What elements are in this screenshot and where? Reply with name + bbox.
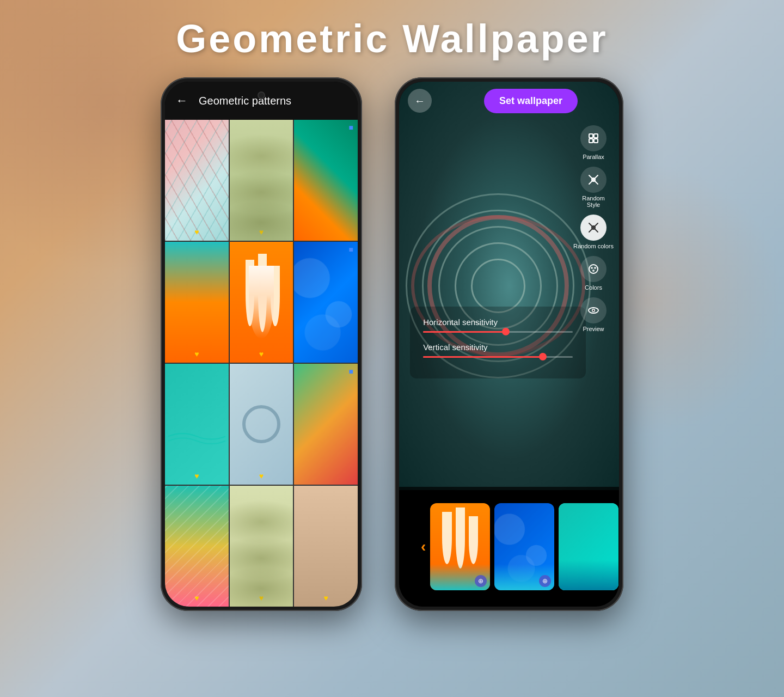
- heart-icon-drip: ♥: [259, 350, 264, 358]
- grid-cell-waves-2[interactable]: ♥: [230, 486, 293, 607]
- random-colors-icon: [580, 215, 607, 241]
- circle-shape: [242, 405, 280, 443]
- grid-cell-stripes[interactable]: ♥: [165, 486, 229, 607]
- preview-button[interactable]: Preview: [580, 297, 607, 332]
- vertical-sensitivity-fill: [423, 356, 543, 358]
- preview-label: Preview: [583, 326, 604, 332]
- bottom-thumbnails: ‹ ⊕ ⊕: [399, 487, 619, 607]
- grid-cell-colorful[interactable]: ■: [294, 364, 358, 485]
- parallax-icon: [580, 125, 607, 151]
- side-buttons-panel: Parallax RandomStyle: [573, 125, 614, 332]
- random-colors-button[interactable]: Random colors: [573, 215, 614, 249]
- vertical-sensitivity-row: Vertical sensitivity: [423, 343, 573, 358]
- grid-cell-drip[interactable]: ♥: [230, 242, 293, 363]
- random-style-icon: [580, 167, 607, 193]
- right-back-button[interactable]: ←: [408, 89, 432, 113]
- grid-cell-cubes[interactable]: ♥: [165, 120, 229, 241]
- grid-cell-diagonal[interactable]: ■: [294, 120, 358, 241]
- left-phone: ← Geometric patterns ♥ ♥ ■ ♥: [161, 77, 362, 611]
- horizontal-sensitivity-thumb[interactable]: [502, 328, 510, 335]
- random-colors-label: Random colors: [573, 243, 614, 249]
- left-topbar-title: Geometric patterns: [199, 95, 291, 107]
- bookmark-icon-colorful: ■: [349, 367, 353, 376]
- svg-point-8: [594, 267, 596, 269]
- heart-icon-circle: ♥: [259, 472, 264, 480]
- grid-cell-wave-orange[interactable]: ♥: [165, 242, 229, 363]
- colors-icon: [580, 256, 607, 282]
- svg-point-12: [593, 310, 595, 311]
- svg-point-6: [589, 265, 598, 273]
- phones-container: ← Geometric patterns ♥ ♥ ■ ♥: [161, 77, 623, 611]
- horizontal-sensitivity-row: Horizontal sensitivity: [423, 317, 573, 333]
- svg-rect-3: [594, 139, 598, 143]
- thumb-item-drip-orange[interactable]: ⊕: [430, 503, 490, 590]
- right-phone-screen: Horizontal sensitivity Vertical sensitiv…: [399, 82, 619, 607]
- left-camera-notch: [258, 91, 265, 99]
- horizontal-sensitivity-label: Horizontal sensitivity: [423, 317, 573, 327]
- vertical-sensitivity-label: Vertical sensitivity: [423, 343, 573, 352]
- heart-icon-wave-orange: ♥: [194, 350, 199, 358]
- right-phone: Horizontal sensitivity Vertical sensitiv…: [395, 77, 623, 611]
- grid-cell-waves[interactable]: ♥: [230, 120, 293, 241]
- thumb-left-arrow[interactable]: ‹: [421, 538, 426, 555]
- set-wallpaper-button[interactable]: Set wallpaper: [484, 89, 578, 113]
- wallpaper-grid: ♥ ♥ ■ ♥ ♥: [165, 120, 358, 607]
- grid-cell-circle-gray[interactable]: ♥: [230, 364, 293, 485]
- thumb-item-teal[interactable]: [559, 503, 618, 590]
- left-back-button[interactable]: ←: [176, 94, 188, 108]
- right-back-icon: ←: [414, 95, 425, 107]
- svg-point-7: [591, 267, 593, 269]
- svg-rect-1: [594, 134, 598, 138]
- vertical-sensitivity-track[interactable]: [423, 356, 573, 358]
- grid-cell-teal-lines[interactable]: ♥: [165, 364, 229, 485]
- preview-icon: [580, 297, 607, 323]
- horizontal-sensitivity-fill: [423, 331, 505, 333]
- right-header: ← Set wallpaper: [399, 82, 619, 120]
- bookmark-icon-diagonal: ■: [349, 123, 353, 132]
- grid-cell-last[interactable]: ♥: [294, 486, 358, 607]
- colors-button[interactable]: Colors: [580, 256, 607, 291]
- random-style-label: RandomStyle: [582, 195, 605, 208]
- svg-rect-2: [589, 139, 593, 143]
- colors-label: Colors: [585, 284, 602, 291]
- left-phone-screen: ← Geometric patterns ♥ ♥ ■ ♥: [165, 82, 358, 607]
- heart-icon-cubes: ♥: [194, 228, 199, 236]
- heart-icon-last: ♥: [324, 594, 328, 602]
- left-topbar: ← Geometric patterns: [165, 82, 358, 120]
- random-style-button[interactable]: RandomStyle: [580, 167, 607, 208]
- bookmark-icon-blue: ■: [349, 245, 353, 254]
- thumb-item-blue-puzzle[interactable]: ⊕: [494, 503, 554, 590]
- heart-icon-waves-2: ♥: [259, 594, 264, 602]
- horizontal-sensitivity-track[interactable]: [423, 331, 573, 333]
- parallax-button[interactable]: Parallax: [580, 125, 607, 160]
- heart-icon-teal: ♥: [194, 472, 199, 480]
- svg-rect-0: [589, 134, 593, 138]
- heart-icon-waves: ♥: [259, 228, 264, 236]
- grid-cell-puzzle-blue[interactable]: ■: [294, 242, 358, 363]
- page-title: Geometric Wallpaper: [176, 16, 608, 61]
- puzzle-overlay: [294, 242, 358, 363]
- vertical-sensitivity-thumb[interactable]: [539, 353, 547, 360]
- svg-point-9: [592, 270, 595, 272]
- parallax-label: Parallax: [583, 154, 604, 160]
- sensitivity-panel: Horizontal sensitivity Vertical sensitiv…: [410, 307, 586, 378]
